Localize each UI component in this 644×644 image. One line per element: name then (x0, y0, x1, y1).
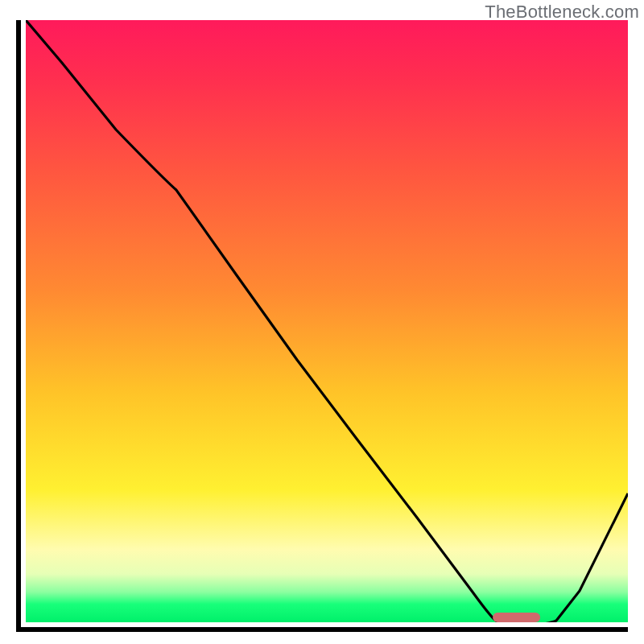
optimal-range-marker (493, 613, 541, 622)
curve-svg (26, 20, 628, 622)
watermark-text: TheBottleneck.com (485, 2, 639, 23)
axes-frame (16, 20, 628, 632)
chart-wrapper: TheBottleneck.com (0, 0, 644, 644)
bottleneck-curve-line (26, 20, 628, 622)
plot-area (26, 20, 628, 622)
